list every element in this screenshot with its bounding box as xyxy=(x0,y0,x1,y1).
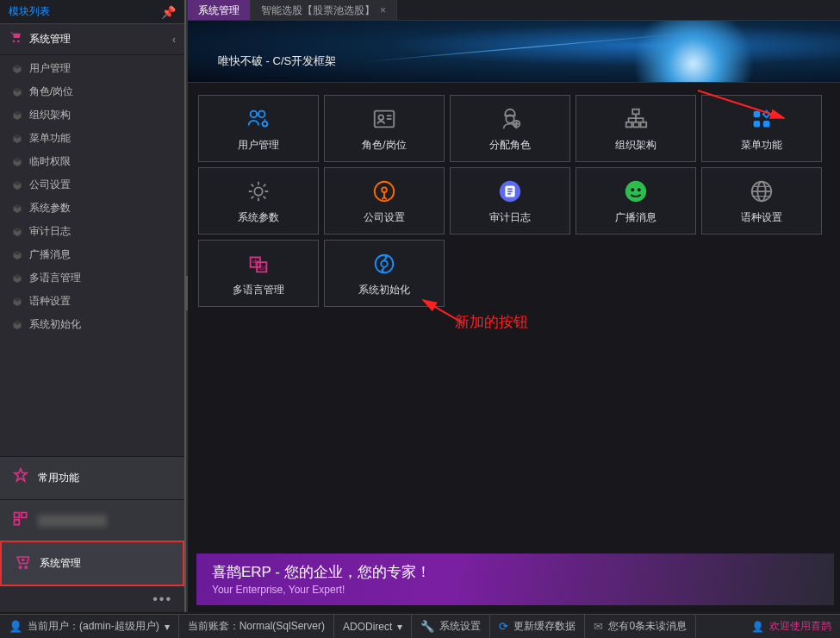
cube-icon xyxy=(12,227,22,237)
svg-rect-19 xyxy=(754,110,761,117)
sidebar-item-5[interactable]: 公司设置 xyxy=(0,173,184,197)
sidebar-title: 模块列表 xyxy=(9,4,50,19)
sidebar-item-label: 多语言管理 xyxy=(29,271,81,285)
more-dots[interactable]: ••• xyxy=(0,586,184,612)
module-title-label: 系统管理 xyxy=(29,32,71,47)
tile-id-card[interactable]: 角色/岗位 xyxy=(324,95,445,162)
tab-bar: 系统管理智能选股【股票池选股】× xyxy=(188,0,840,21)
svg-point-4 xyxy=(251,110,258,117)
blurred-label xyxy=(38,515,107,527)
status-user[interactable]: 👤 当前用户：(admin-超级用户) ▾ xyxy=(0,615,179,638)
tile-label: 语种设置 xyxy=(741,210,782,225)
cube-icon xyxy=(12,273,22,284)
tile-label: 分配角色 xyxy=(489,138,531,153)
tile-globe[interactable]: 语种设置 xyxy=(701,167,822,235)
sidebar-header: 模块列表 📌 xyxy=(0,0,184,24)
quick-blurred[interactable] xyxy=(0,499,184,541)
tile-agent[interactable]: 分配角色 xyxy=(450,95,570,162)
tab-0[interactable]: 系统管理 xyxy=(188,0,251,20)
quick-mgmt-label: 系统管理 xyxy=(40,556,81,571)
svg-text:En: En xyxy=(259,264,266,270)
lang-icon: 中En xyxy=(246,250,271,278)
svg-point-8 xyxy=(378,115,383,120)
svg-point-5 xyxy=(258,110,265,117)
sidebar-item-label: 菜单功能 xyxy=(29,131,71,146)
tile-label: 菜单功能 xyxy=(741,138,782,153)
cube-icon xyxy=(12,134,22,144)
audit-icon xyxy=(497,178,523,205)
footer-subtitle: Your Enterprise, Your Expert! xyxy=(212,584,818,596)
svg-point-24 xyxy=(382,187,387,192)
tile-lang[interactable]: 中En多语言管理 xyxy=(198,240,319,307)
svg-point-31 xyxy=(631,188,634,191)
tile-broadcast[interactable]: 广播消息 xyxy=(576,167,696,235)
tile-gear[interactable]: 系统参数 xyxy=(198,167,319,235)
sidebar-item-label: 广播消息 xyxy=(29,247,71,262)
org-icon xyxy=(623,105,649,133)
status-settings[interactable]: 🔧 系统设置 xyxy=(412,615,490,638)
sidebar-item-label: 系统初始化 xyxy=(29,317,81,332)
svg-rect-17 xyxy=(633,122,639,127)
sidebar-bottom: 常用功能 系统管理 ••• xyxy=(0,456,184,612)
wrench-icon: 🔧 xyxy=(420,620,434,633)
sidebar-item-2[interactable]: 组织架构 xyxy=(0,103,184,127)
svg-rect-20 xyxy=(763,120,770,127)
sidebar-item-9[interactable]: 多语言管理 xyxy=(0,266,184,290)
sidebar-item-1[interactable]: 角色/岗位 xyxy=(0,80,184,103)
close-icon[interactable]: × xyxy=(380,4,386,16)
svg-point-32 xyxy=(638,188,641,191)
tile-label: 多语言管理 xyxy=(233,283,284,297)
sidebar-item-7[interactable]: 审计日志 xyxy=(0,220,184,243)
tile-org[interactable]: 组织架构 xyxy=(576,95,696,162)
dropdown-icon: ▾ xyxy=(397,621,402,633)
sidebar-item-10[interactable]: 语种设置 xyxy=(0,290,184,313)
status-cache[interactable]: ⟳ 更新缓存数据 xyxy=(490,615,585,638)
chevron-left-icon: ‹ xyxy=(172,34,176,46)
cube-icon xyxy=(12,203,22,214)
tile-users[interactable]: 用户管理 xyxy=(198,95,319,162)
tile-grid: 用户管理角色/岗位分配角色组织架构菜单功能系统参数公司设置审计日志广播消息语种设… xyxy=(188,83,840,319)
cart-icon xyxy=(14,553,31,574)
sidebar-tree: 用户管理角色/岗位组织架构菜单功能临时权限公司设置系统参数审计日志广播消息多语言… xyxy=(0,55,184,338)
cube-icon xyxy=(12,64,22,74)
tab-1[interactable]: 智能选股【股票池选股】× xyxy=(251,0,397,20)
mail-icon: ✉ xyxy=(594,620,603,633)
gear-icon xyxy=(246,178,271,205)
tile-company[interactable]: 公司设置 xyxy=(324,167,445,235)
tile-audit[interactable]: 审计日志 xyxy=(450,167,570,235)
person-icon: 👤 xyxy=(751,621,764,633)
sidebar-item-11[interactable]: 系统初始化 xyxy=(0,313,184,336)
tile-label: 广播消息 xyxy=(615,210,656,225)
quick-system-mgmt[interactable]: 系统管理 xyxy=(0,541,184,586)
status-unread[interactable]: ✉ 您有0条未读消息 xyxy=(585,615,696,638)
pin-icon[interactable]: 📌 xyxy=(161,5,176,19)
tile-init[interactable]: 系统初始化 xyxy=(324,240,445,307)
footer-title: 喜鹊ERP - 您的企业，您的专家！ xyxy=(212,562,818,582)
company-icon xyxy=(371,178,397,205)
init-icon xyxy=(371,250,397,278)
svg-point-38 xyxy=(376,254,394,272)
tile-label: 角色/岗位 xyxy=(362,138,406,153)
sidebar-item-8[interactable]: 广播消息 xyxy=(0,243,184,266)
agent-icon xyxy=(497,105,523,133)
sidebar: 模块列表 📌 系统管理 ‹ 用户管理角色/岗位组织架构菜单功能临时权限公司设置系… xyxy=(0,0,186,612)
cube-icon xyxy=(12,110,22,121)
sidebar-item-0[interactable]: 用户管理 xyxy=(0,57,184,80)
sidebar-module-title[interactable]: 系统管理 ‹ xyxy=(0,24,184,55)
footer-banner: 喜鹊ERP - 您的企业，您的专家！ Your Enterprise, Your… xyxy=(196,554,834,605)
tile-grid[interactable]: 菜单功能 xyxy=(701,95,822,162)
tab-label: 智能选股【股票池选股】 xyxy=(261,4,375,16)
status-welcome: 👤 欢迎使用喜鹊 xyxy=(743,615,840,638)
cube-icon xyxy=(12,87,22,97)
module-icon xyxy=(12,510,29,530)
sidebar-item-6[interactable]: 系统参数 xyxy=(0,197,184,220)
svg-rect-21 xyxy=(754,120,761,127)
quick-favorites[interactable]: 常用功能 xyxy=(0,456,184,499)
sidebar-item-3[interactable]: 菜单功能 xyxy=(0,127,184,150)
tile-label: 用户管理 xyxy=(238,138,279,153)
sidebar-item-4[interactable]: 临时权限 xyxy=(0,150,184,173)
svg-rect-16 xyxy=(626,122,632,127)
status-db[interactable]: ADODirect ▾ xyxy=(334,615,412,638)
svg-point-39 xyxy=(381,260,388,267)
user-icon: 👤 xyxy=(9,620,22,633)
